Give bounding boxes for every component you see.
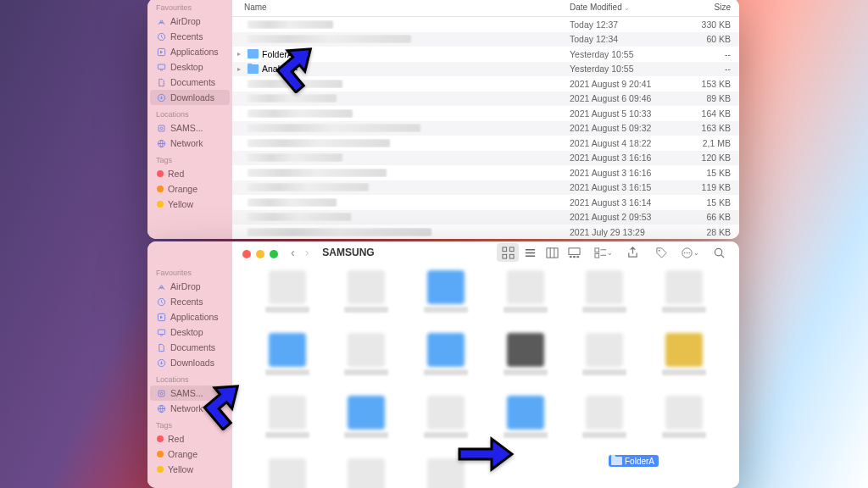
sidebar-item-label: AirDrop [170,16,201,26]
file-row[interactable]: 2021 August 3 16:1615 KB [232,165,739,180]
redacted-label [662,307,706,313]
size-cell: 164 KB [684,108,731,119]
maximize-button[interactable] [270,250,278,258]
grid-item[interactable] [327,396,407,458]
nav-forward-button[interactable]: › [302,244,313,261]
sidebar-item-yellow[interactable]: Yellow [150,462,230,477]
grid-item[interactable] [248,458,327,488]
svg-rect-5 [159,125,164,131]
grid-item[interactable] [248,333,327,396]
disclosure-icon[interactable]: ▸ [237,50,244,58]
grid-item[interactable] [327,270,407,333]
sidebar-item-documents[interactable]: Documents [150,75,230,90]
sidebar-item-downloads[interactable]: Downloads [150,90,230,105]
grid-item[interactable] [644,270,724,333]
grid-item[interactable] [327,333,407,396]
traffic-lights[interactable] [242,250,278,258]
file-row[interactable]: 2021 July 29 13:2928 KB [232,225,739,239]
tags-button[interactable] [649,243,673,262]
grid-item[interactable] [248,396,327,458]
sidebar-item-airdrop[interactable]: AirDrop [150,279,230,294]
tag-dot-icon [157,435,164,442]
sidebar-item-recents[interactable]: Recents [150,29,230,44]
down-icon [157,93,166,103]
view-icons-button[interactable] [497,243,519,262]
file-row[interactable]: 2021 August 3 16:15119 KB [232,180,739,196]
file-row[interactable]: 2021 August 5 09:32163 KB [232,121,739,136]
sidebar-item-applications[interactable]: Applications [150,309,230,324]
view-columns-button[interactable] [541,243,563,262]
grid-item[interactable] [486,333,565,396]
content-top: Name Date Modified ⌄ Size Today 12:37330… [232,0,739,239]
grid-item[interactable] [406,458,486,488]
size-cell: 330 KB [684,19,731,30]
minimize-button[interactable] [256,250,264,258]
grid-item[interactable] [406,270,486,333]
sidebar-item-desktop[interactable]: Desktop [150,324,230,340]
file-row[interactable]: 2021 August 3 16:1415 KB [232,195,739,210]
redacted-label [504,369,548,375]
disclosure-icon[interactable]: ▸ [237,65,244,73]
sidebar-item-orange[interactable]: Orange [150,181,230,197]
grid-item[interactable] [644,333,724,396]
action-menu-button[interactable]: ⌄ [678,243,702,262]
search-button[interactable] [707,243,731,262]
sidebar-item-desktop[interactable]: Desktop [150,59,230,75]
sidebar-item-yellow[interactable]: Yellow [150,197,230,212]
grid-item[interactable] [565,396,645,458]
file-row-foldera[interactable]: ▸FolderAYesterday 10:55-- [232,47,739,62]
sidebar-item-network[interactable]: Network [150,401,230,416]
grid-item[interactable] [565,270,645,333]
sidebar-item-sams-[interactable]: SAMS... [150,385,230,401]
grid-item[interactable] [327,458,407,488]
redacted-label [265,432,309,438]
grid-item[interactable] [406,396,486,458]
sidebar-item-label: Yellow [168,199,193,209]
file-row[interactable]: 2021 August 5 10:33164 KB [232,106,739,121]
grid-item[interactable] [486,270,565,333]
file-row-analysis-[interactable]: ▸Analysis-Yesterday 10:55-- [232,62,739,77]
date-cell: Yesterday 10:55 [570,49,684,59]
file-row[interactable]: 2021 August 3 16:16120 KB [232,151,739,166]
group-by-button[interactable]: ⌄ [592,243,615,262]
file-row[interactable]: 2021 August 6 09:4689 KB [232,92,739,107]
column-header-name[interactable]: Name [244,3,570,12]
sidebar-item-documents[interactable]: Documents [150,340,230,355]
column-header-size[interactable]: Size [684,3,731,12]
svg-rect-19 [509,254,514,258]
doc-icon [157,78,166,87]
nav-back-button[interactable]: ‹ [287,244,298,261]
sidebar-item-sams-[interactable]: SAMS... [150,120,230,136]
view-gallery-button[interactable] [563,243,585,262]
grid-item[interactable] [248,270,327,333]
sidebar-item-network[interactable]: Network [150,136,230,151]
sidebar-item-red[interactable]: Red [150,166,230,181]
sidebar-item-recents[interactable]: Recents [150,294,230,309]
close-button[interactable] [242,250,251,258]
sidebar-item-downloads[interactable]: Downloads [150,355,230,370]
grid-item[interactable] [565,333,645,396]
file-row[interactable]: 2021 August 2 09:5366 KB [232,210,739,225]
icon-grid[interactable] [232,263,739,488]
file-row[interactable]: Today 12:3460 KB [232,32,739,47]
grid-item[interactable] [644,396,724,458]
redacted-label [424,369,468,375]
view-list-button[interactable] [519,243,541,262]
share-button[interactable] [620,243,644,262]
sidebar-item-orange[interactable]: Orange [150,446,230,462]
sidebar-item-airdrop[interactable]: AirDrop [150,14,230,29]
grid-item[interactable] [486,396,565,458]
file-row[interactable]: 2021 August 4 18:222,1 MB [232,136,739,151]
sidebar-item-label: Downloads [170,358,214,368]
grid-item[interactable] [406,333,486,396]
column-header-date[interactable]: Date Modified ⌄ [570,3,684,12]
sidebar-item-label: AirDrop [170,281,201,291]
net-icon [157,139,166,148]
sidebar-item-applications[interactable]: Applications [150,44,230,59]
file-row[interactable]: 2021 August 9 20:41153 KB [232,76,739,92]
redacted-label [344,369,388,375]
file-row[interactable]: Today 12:37330 KB [232,17,739,32]
list-body[interactable]: Today 12:37330 KBToday 12:3460 KB▸Folder… [232,17,739,239]
sidebar-item-red[interactable]: Red [150,431,230,446]
redacted-label [582,369,626,375]
